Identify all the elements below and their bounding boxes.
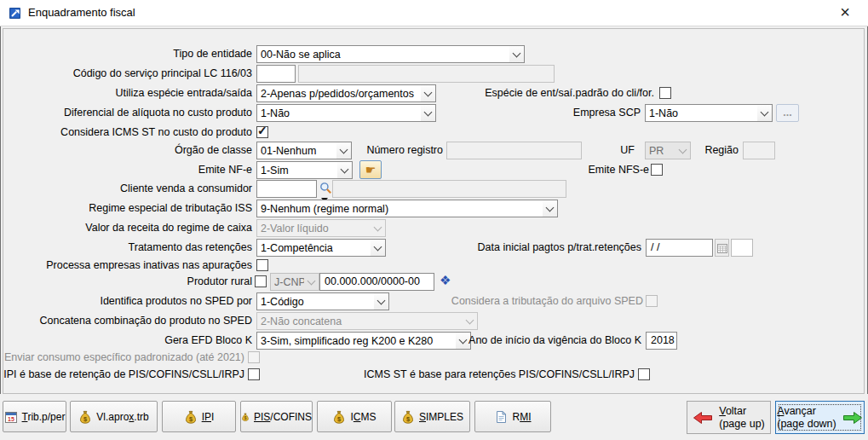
empresa-scp-label: Empresa SCP [573,104,641,122]
numero-registro-label: Número registro [366,142,443,159]
chevron-down-icon [371,220,385,236]
pis-cofins-label: PIS/COFINS [254,411,312,423]
data-inicial-extra-input[interactable] [731,239,753,257]
money-bag-icon [332,410,346,424]
ano-bloco-k-input[interactable]: 2018 [646,332,677,350]
title-bar: Enquadramento fiscal × [0,0,868,26]
vl-aprox-trb-button[interactable]: Vl.aprox.trb [70,401,158,432]
considera-icms-st-label: Considera ICMS ST no custo do produto [60,124,252,142]
emite-nfe-select[interactable]: 1-Sim [256,161,353,179]
chevron-down-icon [463,313,477,329]
empresa-scp-select[interactable]: 1-Não [645,104,773,122]
tratamento-retencoes-label: Tratamento das retenções [129,239,252,257]
orgao-classe-label: Órgão de classe [175,142,252,159]
receita-federal-icon[interactable]: ❖ [440,273,451,288]
processa-inativas-checkbox[interactable] [256,259,268,271]
emite-nfse-label: Emite NFS-e [588,161,649,179]
uf-select: PR [645,142,691,159]
cliente-venda-nome [332,180,566,198]
close-icon[interactable]: × [831,0,859,26]
arrow-left-icon [693,411,713,425]
identifica-sped-label: Identifica produtos no SPED por [100,292,252,310]
considera-trib-sped-checkbox [646,295,658,307]
simples-label: SIMPLES [419,411,463,423]
utiliza-especie-select[interactable]: 2-Apenas p/pedidos/orçamentos [256,84,436,102]
regime-iss-label: Regime especial de tributação ISS [89,200,252,217]
tipo-entidade-select[interactable]: 00-Não se aplica [256,45,525,63]
valor-receita-label: Valor da receita do regime de caixa [85,219,252,237]
orgao-classe-select[interactable]: 01-Nenhum [256,142,352,159]
especie-padrao-label: Espécie de ent/saí.padrão do cli/for. [485,84,654,102]
cliente-venda-label: Cliente venda a consumidor [120,180,252,198]
chevron-down-icon [421,85,435,101]
icms-st-base-label: ICMS ST é base para retenções PIS/COFINS… [364,366,635,384]
chevron-down-icon [304,274,319,290]
chevron-down-icon [757,105,772,121]
icms-st-base-checkbox[interactable] [638,368,650,380]
icms-label: ICMS [350,411,376,423]
arrow-right-icon [842,411,863,425]
voltar-button[interactable]: Voltar (page up) [687,401,771,434]
avancar-button[interactable]: Avançar (page down) [775,401,865,434]
chevron-down-icon [509,46,524,62]
pis-cofins-button[interactable]: PIS/COFINS [240,401,313,432]
gera-efd-value: 3-Sim, simplificado reg K200 e K280 [261,335,456,347]
money-bag-icon [78,410,92,424]
especie-padrao-checkbox[interactable] [659,87,671,99]
ipi-base-checkbox[interactable] [248,368,260,380]
enquadramento-fiscal-dialog: Enquadramento fiscal × Tipo de entidade … [0,0,868,440]
calendar-icon [4,410,18,424]
avancar-label: Avançar (page down) [777,405,836,431]
data-inicial-input[interactable]: / / [646,239,713,257]
simples-button[interactable]: SIMPLES [394,401,470,432]
considera-icms-st-checkbox[interactable] [256,126,268,138]
tratamento-retencoes-value: 1-Competência [261,242,371,254]
ipi-base-label: IPI é base de retenção de PIS/COFINS/CSL… [3,366,244,384]
hand-pointer-icon: ☛ [365,164,377,176]
uf-value: PR [649,145,675,157]
trib-p-per-button[interactable]: Trib.p/per [3,401,66,432]
enviar-consumo-checkbox [248,351,260,363]
uf-label: UF [620,142,635,159]
tipo-entidade-label: Tipo de entidade [173,45,252,63]
regime-iss-select[interactable]: 9-Nenhum (regime normal) [256,200,558,217]
rmi-button[interactable]: RMI [474,401,551,432]
utiliza-especie-value: 2-Apenas p/pedidos/orçamentos [261,88,421,100]
chevron-down-icon [675,142,690,159]
footer-toolbar: Trib.p/per Vl.aprox.trb IPI PIS/COFINS I… [0,394,868,440]
ipi-button[interactable]: IPI [162,401,236,432]
search-icon[interactable] [319,182,332,194]
identifica-sped-value: 1-Código [261,296,374,308]
emite-nfe-value: 1-Sim [261,165,337,177]
regiao-label: Região [704,142,739,159]
emite-nfe-label: Emite NF-e [198,161,252,179]
gera-efd-select[interactable]: 3-Sim, simplificado reg K200 e K280 [256,332,471,350]
tratamento-retencoes-select[interactable]: 1-Competência [256,239,386,257]
data-inicial-label: Data inicial pagtos p/trat.retenções [478,239,641,257]
empresa-scp-more-button: ... [776,104,799,122]
cliente-venda-input[interactable] [256,180,317,198]
nfe-config-button[interactable]: ☛ [359,160,382,179]
produtor-rural-tipo-value: J-CNPJ [274,276,304,288]
produtor-rural-checkbox[interactable] [255,275,267,287]
calendar-date-icon [717,243,727,253]
regiao-input [743,142,775,159]
diferencial-aliquota-value: 1-Não [261,107,421,119]
icms-button[interactable]: ICMS [317,401,392,432]
identifica-sped-select[interactable]: 1-Código [256,292,389,310]
numero-registro-input [446,142,582,159]
enviar-consumo-label: Enviar consumo específico padronizado (a… [4,349,244,367]
calendar-button [715,239,729,257]
rmi-label: RMI [512,411,531,423]
emite-nfse-checkbox[interactable] [651,164,663,176]
codigo-servico-descricao [298,65,555,83]
produtor-rural-documento-input[interactable]: 00.000.000/0000-00 [319,273,434,291]
empresa-scp-value: 1-Não [649,107,757,119]
codigo-servico-input[interactable] [256,65,296,83]
regime-iss-value: 9-Nenhum (regime normal) [261,203,543,215]
money-bag-icon [241,410,250,424]
chevron-down-icon [543,200,557,217]
produtor-rural-label: Produtor rural [187,273,252,291]
diferencial-aliquota-select[interactable]: 1-Não [256,104,436,122]
chevron-down-icon [374,293,388,310]
